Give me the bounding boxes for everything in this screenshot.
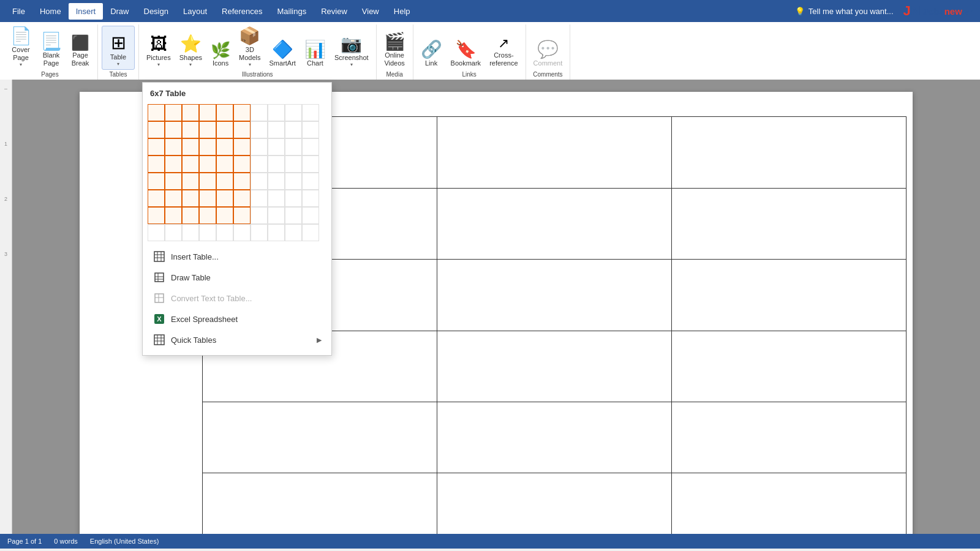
grid-cell[interactable]: [268, 173, 285, 190]
grid-cell[interactable]: [182, 190, 199, 207]
menu-tab-draw[interactable]: Draw: [103, 3, 136, 20]
grid-cell[interactable]: [285, 156, 302, 173]
shapes-button[interactable]: ⭐ Shapes ▾: [176, 26, 206, 70]
comment-button[interactable]: 💬 Comment: [530, 26, 567, 70]
grid-cell[interactable]: [285, 138, 302, 156]
grid-cell[interactable]: [233, 224, 251, 241]
grid-cell[interactable]: [199, 121, 216, 138]
grid-cell[interactable]: [182, 156, 199, 173]
insert-table-menu-item[interactable]: Insert Table...: [148, 246, 326, 267]
grid-cell[interactable]: [251, 190, 268, 207]
grid-cell[interactable]: [233, 207, 251, 224]
grid-cell[interactable]: [285, 190, 302, 207]
menu-tab-home[interactable]: Home: [32, 3, 69, 20]
smartart-button[interactable]: 🔷 SmartArt: [266, 26, 300, 70]
grid-cell[interactable]: [302, 207, 319, 224]
grid-cell[interactable]: [285, 173, 302, 190]
grid-cell[interactable]: [199, 138, 216, 156]
online-videos-button[interactable]: 🎬 OnlineVideos: [380, 26, 409, 70]
grid-cell[interactable]: [268, 224, 285, 241]
grid-cell[interactable]: [199, 224, 216, 241]
grid-cell[interactable]: [285, 104, 302, 121]
grid-cell[interactable]: [216, 207, 233, 224]
page-break-button[interactable]: ⬛ PageBreak: [67, 26, 94, 70]
grid-cell[interactable]: [285, 207, 302, 224]
grid-cell[interactable]: [165, 190, 182, 207]
chart-button[interactable]: 📊 Chart: [301, 26, 330, 70]
grid-cell[interactable]: [216, 138, 233, 156]
grid-cell[interactable]: [216, 224, 233, 241]
grid-cell[interactable]: [216, 156, 233, 173]
grid-cell[interactable]: [148, 121, 165, 138]
grid-cell[interactable]: [302, 104, 319, 121]
grid-cell[interactable]: [268, 207, 285, 224]
grid-cell[interactable]: [148, 190, 165, 207]
menu-tab-insert[interactable]: Insert: [69, 3, 104, 20]
blank-page-button[interactable]: 📃 BlankPage: [37, 26, 66, 70]
grid-cell[interactable]: [251, 104, 268, 121]
grid-cell[interactable]: [199, 190, 216, 207]
menu-tab-review[interactable]: Review: [314, 3, 355, 20]
grid-cell[interactable]: [268, 156, 285, 173]
grid-cell[interactable]: [165, 138, 182, 156]
grid-cell[interactable]: [233, 173, 251, 190]
grid-cell[interactable]: [165, 104, 182, 121]
grid-cell[interactable]: [148, 224, 165, 241]
grid-cell[interactable]: [302, 156, 319, 173]
grid-cell[interactable]: [148, 207, 165, 224]
grid-cell[interactable]: [182, 138, 199, 156]
grid-cell[interactable]: [251, 207, 268, 224]
bookmark-button[interactable]: 🔖 Bookmark: [447, 26, 485, 70]
menu-tab-view[interactable]: View: [355, 3, 386, 20]
grid-cell[interactable]: [302, 138, 319, 156]
excel-spreadsheet-menu-item[interactable]: X Excel Spreadsheet: [148, 309, 326, 329]
cross-reference-button[interactable]: ↗ Cross-reference: [486, 26, 521, 70]
grid-cell[interactable]: [285, 224, 302, 241]
grid-cell[interactable]: [251, 224, 268, 241]
grid-cell[interactable]: [216, 173, 233, 190]
grid-cell[interactable]: [233, 156, 251, 173]
grid-cell[interactable]: [233, 104, 251, 121]
grid-cell[interactable]: [251, 121, 268, 138]
grid-cell[interactable]: [251, 173, 268, 190]
grid-cell[interactable]: [165, 156, 182, 173]
screenshot-button[interactable]: 📷 Screenshot ▾: [331, 26, 372, 70]
grid-cell[interactable]: [182, 173, 199, 190]
grid-cell[interactable]: [148, 104, 165, 121]
grid-cell[interactable]: [251, 156, 268, 173]
grid-cell[interactable]: [216, 104, 233, 121]
grid-cell[interactable]: [233, 138, 251, 156]
grid-cell[interactable]: [216, 121, 233, 138]
link-button[interactable]: 🔗 Link: [417, 26, 446, 70]
grid-cell[interactable]: [165, 224, 182, 241]
grid-cell[interactable]: [165, 207, 182, 224]
quick-tables-menu-item[interactable]: Quick Tables ▶: [148, 329, 326, 350]
grid-cell[interactable]: [251, 138, 268, 156]
grid-cell[interactable]: [199, 104, 216, 121]
grid-cell[interactable]: [182, 207, 199, 224]
icons-button[interactable]: 🌿 Icons: [207, 26, 234, 70]
grid-cell[interactable]: [268, 104, 285, 121]
grid-cell[interactable]: [165, 121, 182, 138]
grid-cell[interactable]: [182, 121, 199, 138]
table-button[interactable]: ⊞ Table ▾: [102, 26, 135, 70]
grid-cell[interactable]: [268, 190, 285, 207]
grid-cell[interactable]: [182, 224, 199, 241]
table-grid[interactable]: [148, 104, 326, 241]
grid-cell[interactable]: [165, 173, 182, 190]
draw-table-menu-item[interactable]: Draw Table: [148, 267, 326, 288]
grid-cell[interactable]: [216, 190, 233, 207]
menu-tab-mailings[interactable]: Mailings: [270, 3, 314, 20]
grid-cell[interactable]: [285, 121, 302, 138]
menu-tab-references[interactable]: References: [214, 3, 270, 20]
grid-cell[interactable]: [268, 138, 285, 156]
grid-cell[interactable]: [199, 207, 216, 224]
grid-cell[interactable]: [148, 138, 165, 156]
grid-cell[interactable]: [148, 173, 165, 190]
menu-tab-layout[interactable]: Layout: [176, 3, 214, 20]
grid-cell[interactable]: [199, 156, 216, 173]
tell-me-bar[interactable]: 💡 Tell me what you want...: [795, 7, 894, 16]
3d-models-button[interactable]: 📦 3DModels ▾: [235, 26, 264, 70]
grid-cell[interactable]: [302, 224, 319, 241]
menu-tab-help[interactable]: Help: [386, 3, 418, 20]
